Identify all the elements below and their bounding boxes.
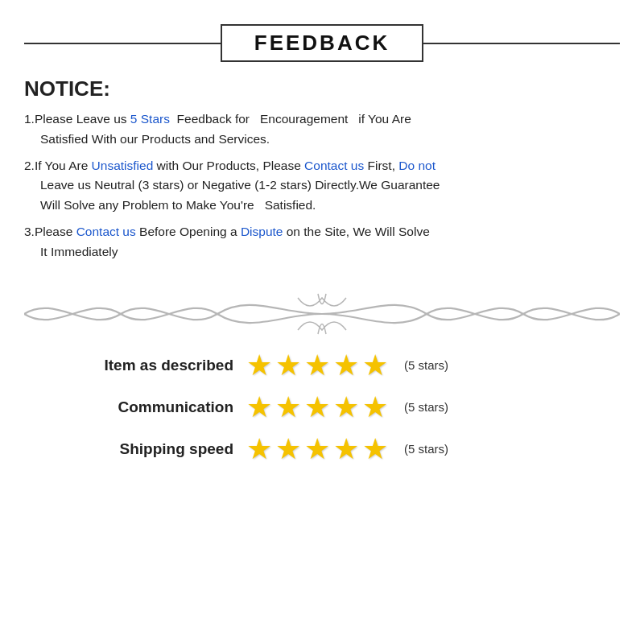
notice-3-cont: It Immediately	[24, 242, 620, 262]
notice-3-text2: Before Opening a	[136, 225, 241, 238]
star-c2: ★	[275, 393, 301, 422]
stars-item-described: ★ ★ ★ ★ ★	[246, 351, 388, 380]
notice-section: NOTICE: 1.Please Leave us 5 Stars Feedba…	[24, 76, 620, 269]
notice-2-cont1: Leave us Neutral (3 stars) or Negative (…	[24, 175, 620, 196]
stars-count-shipping: (5 stars)	[404, 442, 448, 456]
notice-1-5stars: 5 Stars	[130, 112, 170, 126]
notice-2-cont2: Will Solve any Problem to Make You're Sa…	[24, 196, 620, 216]
notice-2-unsatisfied: Unsatisfied	[92, 159, 154, 172]
star-c3: ★	[304, 393, 330, 422]
notice-item-3: 3.Please Contact us Before Opening a Dis…	[24, 222, 620, 262]
notice-item-2: 2.If You Are Unsatisfied with Our Produc…	[24, 156, 620, 216]
star-s4: ★	[333, 435, 359, 464]
notice-3-text3: on the Site, We Will Solve	[283, 225, 429, 238]
notice-item-1: 1.Please Leave us 5 Stars Feedback for E…	[24, 109, 620, 150]
feedback-header: FEEDBACK	[24, 24, 620, 62]
notice-3-contact: Contact us	[76, 225, 136, 238]
stars-shipping: ★ ★ ★ ★ ★	[246, 435, 388, 464]
star-c5: ★	[362, 393, 388, 422]
star-5: ★	[362, 351, 388, 380]
stars-count-communication: (5 stars)	[404, 400, 448, 414]
notice-2-text3: First,	[364, 159, 398, 172]
star-s2: ★	[275, 435, 301, 464]
notice-1-cont: Satisfied With our Products and Services…	[24, 130, 620, 150]
star-1: ★	[246, 351, 272, 380]
notice-2-text1: 2.If You Are	[24, 159, 92, 172]
feedback-title: FEEDBACK	[221, 24, 423, 62]
rating-row-item-described: Item as described ★ ★ ★ ★ ★ (5 stars)	[48, 351, 620, 380]
notice-1-text1: 1.Please Leave us	[24, 112, 130, 126]
rating-section: Item as described ★ ★ ★ ★ ★ (5 stars) Co…	[24, 351, 620, 464]
decorative-divider	[24, 290, 620, 338]
star-4: ★	[333, 351, 359, 380]
rating-row-communication: Communication ★ ★ ★ ★ ★ (5 stars)	[48, 393, 620, 422]
stars-count-item-described: (5 stars)	[404, 358, 448, 372]
star-s5: ★	[362, 435, 388, 464]
rating-row-shipping: Shipping speed ★ ★ ★ ★ ★ (5 stars)	[48, 435, 620, 464]
notice-3-dispute: Dispute	[241, 225, 283, 238]
notice-3-text1: 3.Please	[24, 225, 76, 238]
header-left-line	[24, 43, 221, 44]
star-2: ★	[275, 351, 301, 380]
star-s1: ★	[246, 435, 272, 464]
notice-2-donot: Do not	[398, 159, 436, 172]
notice-2-contact: Contact us	[304, 159, 364, 172]
rating-label-communication: Communication	[48, 398, 233, 416]
star-c4: ★	[333, 393, 359, 422]
notice-1-text2: Feedback for Encouragement if You Are	[170, 112, 411, 126]
star-c1: ★	[246, 393, 272, 422]
rating-label-shipping: Shipping speed	[48, 440, 233, 458]
notice-title: NOTICE:	[24, 76, 620, 101]
rating-label-item-described: Item as described	[48, 357, 233, 374]
star-s3: ★	[304, 435, 330, 464]
header-right-line	[423, 43, 620, 44]
page: FEEDBACK NOTICE: 1.Please Leave us 5 Sta…	[0, 0, 644, 644]
star-3: ★	[304, 351, 330, 380]
stars-communication: ★ ★ ★ ★ ★	[246, 393, 388, 422]
notice-2-text2: with Our Products, Please	[153, 159, 304, 172]
